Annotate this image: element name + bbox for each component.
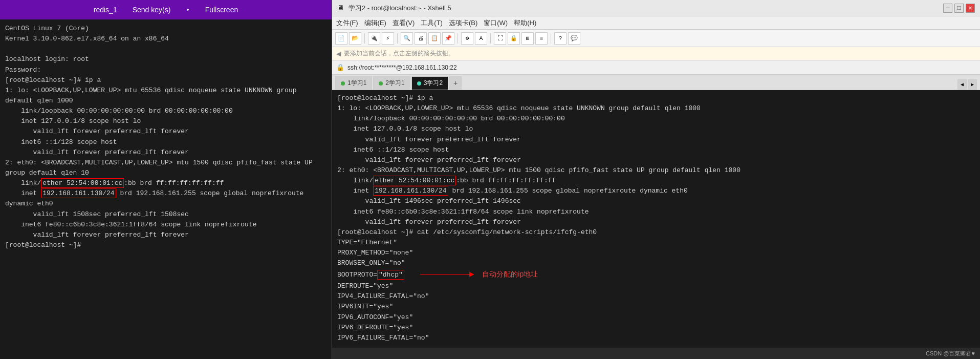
tab-nav-left[interactable]: ◀ [957,79,967,90]
toolbar-sep1 [364,33,365,44]
tab-3-xuexi2[interactable]: 3学习2 [411,76,448,90]
session-arrow-icon[interactable]: ◀ [336,50,341,57]
menu-window[interactable]: 窗口(W) [484,18,508,28]
toolbar-font[interactable]: A [475,32,487,45]
statusbar-text: CSDN @百菜卿君♥ [926,350,975,357]
xshell-statusbar: CSDN @百菜卿君♥ [332,348,980,359]
maximize-button[interactable]: □ [954,4,964,13]
toolbar-chat[interactable]: 💬 [568,32,580,45]
toolbar-sep4 [490,33,491,44]
toolbar-zoom-in[interactable]: 🔍 [401,32,413,45]
left-title: redis_1 [94,6,117,14]
left-terminal-text: CentOS Linux 7 (Core) Kernel 3.10.0-862.… [5,24,326,250]
toolbar-disconnect[interactable]: ⚡ [382,32,394,45]
left-header: redis_1 Send key(s) ▾ Fullscreen [0,0,332,19]
close-button[interactable]: ✕ [966,4,975,13]
menu-edit[interactable]: 编辑(E) [364,18,386,28]
tab-nav: ◀ ▶ [957,79,977,90]
toolbar-sep2 [397,33,398,44]
tab3-label: 3学习2 [424,79,443,88]
tab1-label: 1学习1 [347,79,366,88]
session-bar-text: 要添加当前会话，点击左侧的箭头按钮。 [344,49,454,58]
fullscreen-button[interactable]: Fullscreen [205,6,238,14]
tab2-label: 2学习1 [385,79,404,88]
toolbar-new[interactable]: 📄 [335,32,347,45]
toolbar-open[interactable]: 📂 [349,32,361,45]
send-keys-dropdown-icon[interactable]: ▾ [186,6,189,14]
tab2-dot [379,81,383,86]
menu-tools[interactable]: 工具(T) [421,18,443,28]
tab-2-xuexi1[interactable]: 2学习1 [373,76,410,90]
menu-help[interactable]: 帮助(H) [514,18,536,28]
toolbar-copy[interactable]: 📋 [428,32,441,45]
toolbar-connect[interactable]: 🔌 [368,32,380,45]
xshell-titlebar: 🖥 学习2 - root@localhost:~ - Xshell 5 — □ … [332,0,980,16]
toolbar-print[interactable]: 🖨 [415,32,427,45]
toolbar-sep3 [458,33,458,44]
left-terminal-panel: redis_1 Send key(s) ▾ Fullscreen CentOS … [0,0,332,359]
right-xshell-panel: 🖥 学习2 - root@localhost:~ - Xshell 5 — □ … [332,0,980,359]
xshell-window-icon: 🖥 [337,4,344,12]
xshell-terminal-text: [root@localhost ~]# ip a 1: lo: <LOOPBAC… [337,93,975,343]
toolbar-lock[interactable]: 🔒 [508,32,520,45]
xshell-title-text: 学习2 - root@localhost:~ - Xshell 5 [349,4,939,13]
tab-add-button[interactable]: + [449,76,462,90]
toolbar-fullscreen[interactable]: ⛶ [494,32,506,45]
tab1-dot [341,81,345,86]
window-controls: — □ ✕ [943,4,975,13]
toolbar-more1[interactable]: ⊞ [521,32,534,45]
toolbar-sep5 [551,33,551,44]
session-bar: ◀ 要添加当前会话，点击左侧的箭头按钮。 [332,47,980,60]
tab3-dot [417,81,421,86]
toolbar-help[interactable]: ? [554,32,567,45]
address-text: ssh://root:*********@192.168.161.130:22 [347,64,976,71]
toolbar-paste[interactable]: 📌 [442,32,454,45]
xshell-terminal-content[interactable]: [root@localhost ~]# ip a 1: lo: <LOOPBAC… [332,90,980,348]
address-lock-icon: 🔒 [336,64,344,72]
tab-1-xuexi1[interactable]: 1学习1 [335,76,372,90]
toolbar-settings[interactable]: ⚙ [461,32,473,45]
xshell-tabs: 1学习1 2学习1 3学习2 + ◀ ▶ [332,75,980,90]
toolbar-more2[interactable]: ≡ [535,32,548,45]
xshell-menubar: 文件(F) 编辑(E) 查看(V) 工具(T) 选项卡(B) 窗口(W) 帮助(… [332,16,980,30]
menu-tabs[interactable]: 选项卡(B) [449,18,477,28]
menu-view[interactable]: 查看(V) [393,18,415,28]
left-terminal-content[interactable]: CentOS Linux 7 (Core) Kernel 3.10.0-862.… [0,19,332,359]
minimize-button[interactable]: — [943,4,952,13]
menu-file[interactable]: 文件(F) [336,18,358,28]
tab-nav-right[interactable]: ▶ [968,79,977,90]
xshell-toolbar: 📄 📂 🔌 ⚡ 🔍 🖨 📋 📌 ⚙ A ⛶ 🔒 ⊞ ≡ ? 💬 [332,30,980,47]
address-bar: 🔒 ssh://root:*********@192.168.161.130:2… [332,60,980,75]
send-keys-button[interactable]: Send key(s) [133,6,171,14]
